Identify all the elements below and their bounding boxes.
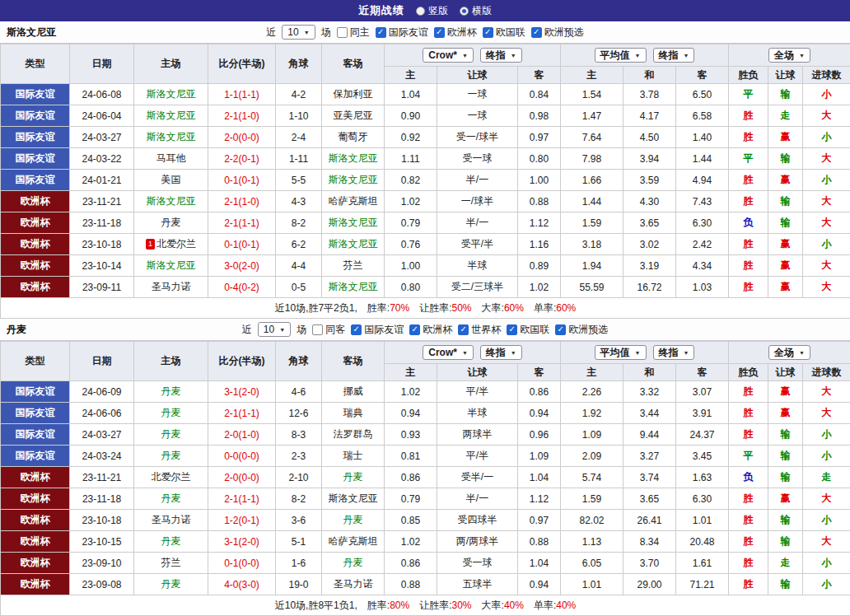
- filter-checkbox[interactable]: 同主: [337, 26, 370, 40]
- away-team-cell[interactable]: 斯洛文尼亚: [322, 488, 385, 510]
- chevron-down-icon: ▼: [635, 49, 641, 63]
- filter-checkbox[interactable]: ✓欧洲预选: [531, 26, 584, 40]
- average-select[interactable]: 平均值▼: [595, 345, 647, 360]
- competition-badge: 国际友谊: [1, 148, 70, 170]
- recent-count-select[interactable]: 10▼: [282, 25, 315, 40]
- home-team-cell[interactable]: 圣马力诺: [134, 510, 208, 531]
- ah-home-odds: 0.82: [385, 170, 437, 191]
- away-team-cell[interactable]: 瑞士: [322, 446, 385, 467]
- ah-home-odds: 0.80: [385, 277, 437, 298]
- eu-away-odds: 6.58: [676, 105, 729, 127]
- filter-checkbox[interactable]: ✓欧洲杯: [409, 323, 452, 337]
- away-team-cell[interactable]: 亚美尼亚: [322, 105, 385, 127]
- eu-away-odds: 7.43: [676, 191, 729, 212]
- away-team-cell[interactable]: 葡萄牙: [322, 127, 385, 148]
- scope-select[interactable]: 全场▼: [768, 345, 810, 360]
- home-team-cell[interactable]: 马耳他: [134, 148, 208, 170]
- eu-home-odds: 1.92: [561, 403, 623, 424]
- home-team-cell[interactable]: 斯洛文尼亚: [134, 84, 208, 105]
- away-team-cell[interactable]: 圣马力诺: [322, 574, 385, 595]
- bookmaker-select-value: Crow*: [428, 49, 457, 62]
- competition-badge: 欧洲杯: [1, 531, 70, 553]
- home-team-cell[interactable]: 斯洛文尼亚: [134, 127, 208, 148]
- result-goals: 大: [803, 212, 850, 234]
- match-row: 国际友谊24-01-21美国0-1(0-1)5-5斯洛文尼亚0.82半/一1.0…: [1, 170, 850, 191]
- away-team-cell[interactable]: 瑞典: [322, 403, 385, 424]
- filter-checkbox[interactable]: ✓欧洲预选: [555, 323, 608, 337]
- eu-home-odds: 1.09: [561, 424, 623, 446]
- home-team-cell[interactable]: 丹麦: [134, 446, 208, 467]
- ah-away-odds: 0.96: [518, 424, 561, 446]
- away-team-cell[interactable]: 丹麦: [322, 553, 385, 574]
- away-team-cell[interactable]: 哈萨克斯坦: [322, 531, 385, 553]
- home-team-cell[interactable]: 1北爱尔兰: [134, 234, 208, 255]
- filter-checkbox-label: 同主: [350, 26, 370, 40]
- column-header: 类型: [1, 44, 70, 84]
- eu-draw-odds: 3.65: [623, 212, 676, 234]
- column-header: 客场: [322, 44, 385, 84]
- match-row: 欧洲杯23-09-10芬兰0-1(0-0)1-6丹麦0.86受一球1.046.0…: [1, 553, 850, 574]
- recent-count-select[interactable]: 10▼: [258, 322, 291, 337]
- odds-stage-select[interactable]: 终指▼: [480, 48, 522, 63]
- bookmaker-select[interactable]: Crow*▼: [423, 48, 474, 63]
- filter-checkbox[interactable]: ✓国际友谊: [351, 323, 404, 337]
- filter-checkbox[interactable]: ✓欧国联: [507, 323, 549, 337]
- away-team-cell[interactable]: 斯洛文尼亚: [322, 277, 385, 298]
- eu-draw-odds: 4.50: [623, 127, 676, 148]
- column-header: 比分(半场): [208, 342, 276, 381]
- home-team-cell[interactable]: 北爱尔兰: [134, 467, 208, 488]
- average-select[interactable]: 平均值▼: [595, 48, 647, 63]
- avg-stage-select[interactable]: 终指▼: [653, 48, 695, 63]
- away-team-cell[interactable]: 斯洛文尼亚: [322, 148, 385, 170]
- eu-away-odds: 1.63: [676, 467, 729, 488]
- match-row: 国际友谊24-03-27斯洛文尼亚2-0(0-0)2-4葡萄牙0.92受一/球半…: [1, 127, 850, 148]
- home-team-cell[interactable]: 丹麦: [134, 212, 208, 234]
- home-team-cell[interactable]: 美国: [134, 170, 208, 191]
- away-team-cell[interactable]: 斯洛文尼亚: [322, 234, 385, 255]
- home-team-cell[interactable]: 斯洛文尼亚: [134, 255, 208, 277]
- home-team-cell[interactable]: 圣马力诺: [134, 277, 208, 298]
- home-team-cell[interactable]: 斯洛文尼亚: [134, 191, 208, 212]
- away-team-cell[interactable]: 斯洛文尼亚: [322, 170, 385, 191]
- home-team-cell[interactable]: 斯洛文尼亚: [134, 105, 208, 127]
- filter-checkbox[interactable]: ✓欧洲杯: [434, 26, 477, 40]
- home-team-cell[interactable]: 丹麦: [134, 403, 208, 424]
- bookmaker-select[interactable]: Crow*▼: [423, 345, 474, 360]
- average-select-value: 平均值: [600, 346, 630, 359]
- away-team-cell[interactable]: 斯洛文尼亚: [322, 212, 385, 234]
- home-team-name: 丹麦: [161, 578, 181, 590]
- result-handicap: 赢: [768, 127, 803, 148]
- chevron-down-icon: ▼: [304, 26, 310, 40]
- competition-badge: 欧洲杯: [1, 467, 70, 488]
- home-team-cell[interactable]: 丹麦: [134, 574, 208, 595]
- filter-checkbox[interactable]: ✓欧国联: [483, 26, 525, 40]
- home-team-cell[interactable]: 丹麦: [134, 531, 208, 553]
- corner-count: 2-4: [276, 127, 322, 148]
- match-date: 23-10-18: [70, 510, 134, 531]
- filter-checkbox[interactable]: ✓国际友谊: [376, 26, 428, 40]
- away-team-name: 瑞士: [343, 450, 363, 461]
- away-team-cell[interactable]: 挪威: [322, 381, 385, 403]
- topbar: 近期战绩 竖版 横版: [0, 0, 850, 21]
- home-team-cell[interactable]: 芬兰: [134, 553, 208, 574]
- avg-stage-select[interactable]: 终指▼: [653, 345, 695, 360]
- result-goals: 大: [803, 191, 850, 212]
- odds-stage-select[interactable]: 终指▼: [480, 345, 522, 360]
- filter-checkbox[interactable]: 同客: [312, 323, 345, 337]
- team-title: 丹麦: [7, 323, 26, 337]
- layout-radio-horizontal[interactable]: 横版: [460, 4, 492, 18]
- away-team-cell[interactable]: 丹麦: [322, 467, 385, 488]
- away-team-cell[interactable]: 哈萨克斯坦: [322, 191, 385, 212]
- scope-select[interactable]: 全场▼: [768, 48, 810, 63]
- away-team-cell[interactable]: 芬兰: [322, 255, 385, 277]
- filter-checkbox[interactable]: ✓世界杯: [458, 323, 501, 337]
- home-team-cell[interactable]: 丹麦: [134, 381, 208, 403]
- away-team-cell[interactable]: 丹麦: [322, 510, 385, 531]
- ah-away-odds: 1.04: [518, 553, 561, 574]
- home-team-cell[interactable]: 丹麦: [134, 488, 208, 510]
- ah-home-odds: 1.04: [385, 84, 437, 105]
- away-team-cell[interactable]: 保加利亚: [322, 84, 385, 105]
- layout-radio-vertical[interactable]: 竖版: [416, 4, 448, 18]
- away-team-cell[interactable]: 法罗群岛: [322, 424, 385, 446]
- home-team-cell[interactable]: 丹麦: [134, 424, 208, 446]
